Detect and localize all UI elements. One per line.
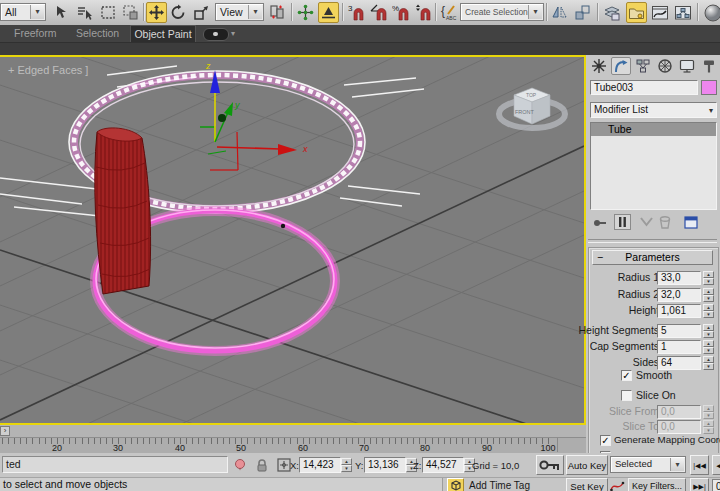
svg-text:ABC: ABC xyxy=(446,15,457,21)
tab-freeform[interactable]: Freeform xyxy=(14,25,57,41)
perspective-viewport[interactable]: x y z TOP FRONT + Edged Faces ] xyxy=(0,55,586,425)
set-keys-button[interactable] xyxy=(536,455,564,475)
use-pivot-point-center-icon[interactable] xyxy=(266,2,287,23)
object-color-swatch[interactable] xyxy=(701,80,717,95)
tab-create-icon[interactable] xyxy=(589,57,609,75)
select-and-scale-icon[interactable] xyxy=(191,2,212,23)
radius2-field[interactable]: 32,0 xyxy=(657,288,701,302)
scene-explorer-toggle-button[interactable] xyxy=(626,2,647,23)
rectangular-selection-icon[interactable] xyxy=(98,2,119,23)
slice-on-checkbox[interactable] xyxy=(621,390,632,401)
ribbon-minimize-icon[interactable] xyxy=(203,28,229,41)
cylinder-object[interactable] xyxy=(95,128,151,294)
tab-hierarchy-icon[interactable] xyxy=(633,57,653,75)
tab-motion-icon[interactable] xyxy=(655,57,675,75)
curve-editor-icon[interactable] xyxy=(649,2,670,23)
chevron-down-icon[interactable]: ▾ xyxy=(231,29,235,38)
angle-snap-icon[interactable] xyxy=(369,2,390,23)
cap-segments-spinner[interactable]: ▲▼ xyxy=(703,340,714,354)
sides-spinner[interactable]: ▲▼ xyxy=(703,356,714,370)
time-slider-handle[interactable]: › xyxy=(0,426,10,436)
slice-from-field: 0,0 xyxy=(657,405,701,419)
configure-modifier-sets-icon[interactable] xyxy=(683,215,699,230)
pin-stack-icon[interactable] xyxy=(592,215,608,231)
make-unique-icon[interactable] xyxy=(639,216,654,230)
toolbar-separator xyxy=(435,3,437,21)
height-field[interactable]: 1,061 xyxy=(657,304,701,318)
status-message-field[interactable]: ted xyxy=(2,456,228,473)
use-selection-center-icon[interactable] xyxy=(295,2,316,23)
tab-utilities-icon[interactable] xyxy=(699,57,719,75)
viewcube[interactable]: TOP FRONT xyxy=(499,88,565,128)
selection-filter-dropdown[interactable]: All▾ xyxy=(0,3,46,21)
isolate-selection-icon[interactable] xyxy=(232,457,248,473)
tab-selection[interactable]: Selection xyxy=(76,25,119,41)
generate-mapping-checkbox[interactable]: ✓ xyxy=(600,435,611,446)
height-spinner[interactable]: ▲▼ xyxy=(703,304,714,318)
radius1-field[interactable]: 33,0 xyxy=(657,271,701,285)
previous-frame-button[interactable]: ◀ xyxy=(712,455,720,475)
spinner-snap-icon[interactable] xyxy=(413,2,434,23)
remove-modifier-icon[interactable] xyxy=(658,215,672,230)
show-end-result-button[interactable] xyxy=(614,214,631,230)
modifier-stack-item-tube[interactable]: Tube xyxy=(591,123,716,136)
key-tangent-icon[interactable] xyxy=(610,479,625,491)
percent-snap-icon[interactable]: % xyxy=(391,2,412,23)
go-to-end-button[interactable]: ▶▶| xyxy=(690,478,709,491)
status-bar: ted X: 14,423 ▲▼ Y: 13,136 ▲▼ Z: 44,527 … xyxy=(0,453,720,491)
schematic-view-icon[interactable] xyxy=(672,2,693,23)
timeline-ruler-ticks[interactable] xyxy=(0,438,557,453)
smooth-checkbox[interactable]: ✓ xyxy=(621,370,632,381)
add-time-tag[interactable]: Add Time Tag xyxy=(469,480,530,491)
slice-from-spinner: ▲▼ xyxy=(703,405,714,419)
x-coord-field[interactable]: 14,423 xyxy=(299,457,341,473)
slice-to-field: 0,0 xyxy=(657,420,701,434)
align-icon[interactable] xyxy=(572,2,593,23)
select-and-manipulate-button[interactable] xyxy=(318,2,339,23)
time-slider-track[interactable]: › xyxy=(0,425,586,438)
modifier-stack[interactable]: Tube xyxy=(590,122,717,210)
tab-modify-icon[interactable] xyxy=(611,57,631,75)
selection-lock-icon[interactable] xyxy=(254,457,270,473)
viewport-label[interactable]: + Edged Faces ] xyxy=(8,64,88,76)
snap-toggle-3d-icon[interactable]: 3 xyxy=(346,2,367,23)
keyboard-override-icon[interactable]: {ABC xyxy=(439,2,460,23)
select-by-name-icon[interactable] xyxy=(74,2,95,23)
time-tag-cube-icon[interactable] xyxy=(447,478,464,491)
modifier-list-dropdown[interactable]: Modifier List ▾ xyxy=(590,102,717,118)
current-frame-field[interactable]: 0 xyxy=(712,479,720,491)
sides-field[interactable]: 64 xyxy=(657,356,701,370)
reference-coordinate-dropdown[interactable]: View▾ xyxy=(215,3,264,21)
key-filters-button[interactable]: Key Filters... xyxy=(628,478,686,491)
y-coord-field[interactable]: 13,136 xyxy=(364,457,406,473)
slice-from-label: Slice From: xyxy=(609,405,662,417)
radius1-spinner[interactable]: ▲▼ xyxy=(703,271,714,285)
radius2-spinner[interactable]: ▲▼ xyxy=(703,288,714,302)
object-name-field[interactable]: Tube003 xyxy=(590,80,698,95)
set-key-button[interactable]: Set Key xyxy=(566,478,608,491)
main-toolbar: All▾ View▾ 3 % { xyxy=(0,0,720,26)
parameters-rollout: −Parameters Radius 1: 33,0 ▲▼ Radius 2: … xyxy=(588,247,719,459)
cap-segments-field[interactable]: 1 xyxy=(657,340,701,354)
tab-object-paint[interactable]: Object Paint xyxy=(130,25,196,42)
material-editor-icon[interactable] xyxy=(702,2,720,23)
mirror-icon[interactable] xyxy=(549,2,570,23)
selection-set-filter-dropdown[interactable]: Selected▾ xyxy=(610,456,686,473)
select-and-rotate-icon[interactable] xyxy=(168,2,189,23)
named-selection-sets-dropdown[interactable]: Create Selection Se▾ xyxy=(460,3,544,21)
select-object-icon[interactable] xyxy=(50,2,71,23)
layer-manager-icon[interactable] xyxy=(601,2,622,23)
panel-divider xyxy=(588,239,717,243)
slice-on-label: Slice On xyxy=(636,389,676,401)
go-to-start-button[interactable]: |◀◀ xyxy=(690,455,709,475)
select-and-move-button[interactable] xyxy=(146,2,167,23)
height-segments-field[interactable]: 5 xyxy=(657,324,701,338)
parameters-rollout-header[interactable]: −Parameters xyxy=(592,250,713,265)
window-crossing-icon[interactable] xyxy=(120,2,141,23)
z-coord-field[interactable]: 44,527 xyxy=(422,457,464,473)
x-coord-spinner[interactable]: ▲▼ xyxy=(341,458,352,472)
height-segments-spinner[interactable]: ▲▼ xyxy=(703,324,714,338)
tab-display-icon[interactable] xyxy=(677,57,697,75)
gizmo-x-axis[interactable] xyxy=(217,147,280,149)
auto-key-button[interactable]: Auto Key xyxy=(566,455,608,475)
